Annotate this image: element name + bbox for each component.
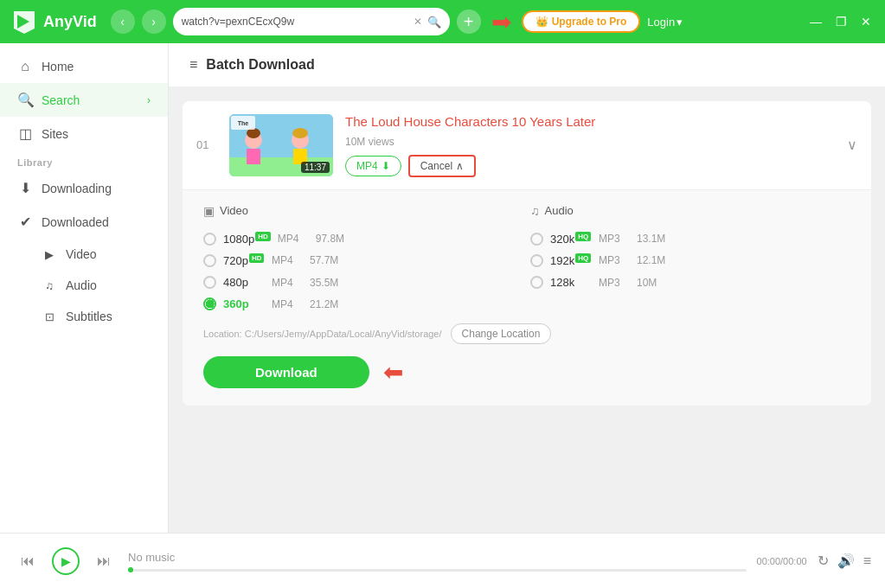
sidebar-item-sites[interactable]: ◫ Sites (0, 117, 168, 150)
home-icon: ⌂ (17, 59, 33, 74)
format-type-1080p: MP4 (278, 233, 309, 245)
video-number: 01 (196, 138, 217, 151)
player-prev-button[interactable]: ⏮ (14, 547, 42, 575)
url-search-icon[interactable]: 🔍 (427, 16, 441, 29)
svg-rect-5 (247, 149, 260, 164)
video-col-header: ▣ Video (200, 204, 527, 218)
main-layout: ⌂ Home 🔍 Search › ◫ Sites Library ⬇ Down… (0, 43, 885, 533)
minimize-button[interactable]: — (806, 13, 825, 30)
window-controls: — ❐ ✕ (806, 13, 875, 30)
player-track-name: No music (128, 551, 747, 564)
download-button[interactable]: Download (203, 356, 369, 388)
location-bar: Location: C:/Users/Jemy/AppData/Local/An… (200, 315, 854, 356)
close-button[interactable]: ✕ (857, 13, 875, 30)
quality-480p: 480p (223, 276, 265, 289)
audio-col-icon: ♫ (530, 204, 540, 218)
download-arrow-icon: ⬇ (382, 160, 390, 172)
format-type-128k: MP3 (599, 277, 630, 289)
audio-format-col: ♫ Audio 320kHQ MP3 13.1M (527, 204, 854, 316)
video-thumbnail[interactable]: The 11:37 (229, 114, 333, 176)
radio-480p[interactable] (203, 276, 216, 289)
subtitles-icon: ⊡ (42, 310, 57, 323)
sidebar-item-downloading[interactable]: ⬇ Downloading (0, 171, 168, 205)
player-volume-button[interactable]: 🔊 (837, 553, 855, 569)
download-arrow-indicator-icon: ⬅ (383, 358, 403, 387)
sidebar-item-audio[interactable]: ♫ Audio (0, 270, 168, 301)
format-size-360p: 21.2M (310, 298, 346, 310)
audio-icon: ♫ (42, 279, 57, 292)
audio-col-header: ♫ Audio (527, 204, 854, 218)
quality-360p: 360p (223, 297, 265, 310)
batch-download-header: ≡ Batch Download (169, 43, 885, 87)
sites-icon: ◫ (17, 125, 33, 142)
format-row-480p: 480p MP4 35.5M (200, 272, 527, 293)
player-info: No music (128, 551, 747, 572)
mp4-button[interactable]: MP4 ⬇ (345, 156, 401, 176)
player-right-controls: ↻ 🔊 ≡ (818, 553, 871, 569)
location-text: Location: C:/Users/Jemy/AppData/Local/An… (203, 329, 442, 339)
svg-text:The: The (238, 120, 249, 126)
arrow-indicator-icon: ➡ (491, 8, 511, 36)
radio-192k[interactable] (530, 254, 543, 267)
sidebar-item-video[interactable]: ▶ Video (0, 239, 168, 270)
player-repeat-button[interactable]: ↻ (818, 553, 829, 569)
card-collapse-icon[interactable]: ∨ (847, 137, 857, 153)
login-button[interactable]: Login ▾ (647, 16, 683, 29)
search-icon: 🔍 (17, 92, 33, 108)
logo-icon (10, 8, 38, 35)
batch-download-title: Batch Download (206, 57, 314, 73)
radio-128k[interactable] (530, 276, 543, 289)
video-header: 01 (183, 101, 871, 189)
download-icon: ⬇ (17, 180, 33, 196)
add-tab-button[interactable]: + (457, 10, 481, 34)
sidebar-item-subtitles[interactable]: ⊡ Subtitles (0, 301, 168, 332)
radio-320k[interactable] (530, 233, 543, 246)
video-duration: 11:37 (301, 162, 330, 173)
sidebar-item-downloaded[interactable]: ✔ Downloaded (0, 205, 168, 239)
quality-720p: 720pHD (223, 254, 265, 267)
player-playlist-button[interactable]: ≡ (863, 553, 871, 569)
video-info: The Loud House Characters 10 Years Later… (345, 113, 835, 177)
sidebar-item-search[interactable]: 🔍 Search › (0, 83, 168, 117)
video-icon: ▶ (42, 248, 57, 261)
format-size-1080p: 97.8M (316, 233, 352, 245)
format-row-320k: 320kHQ MP3 13.1M (527, 228, 854, 250)
radio-360p[interactable] (203, 297, 216, 310)
radio-1080p[interactable] (203, 233, 216, 246)
progress-bar[interactable] (128, 569, 747, 572)
forward-button[interactable]: › (142, 10, 166, 34)
sidebar-item-home[interactable]: ⌂ Home (0, 50, 168, 83)
player-next-button[interactable]: ⏭ (90, 547, 118, 575)
format-type-320k: MP3 (599, 233, 630, 245)
change-location-button[interactable]: Change Location (451, 323, 552, 344)
library-label: Library (0, 150, 168, 171)
content-scroll: 01 (169, 87, 885, 533)
format-type-360p: MP4 (272, 298, 303, 310)
format-size-480p: 35.5M (310, 277, 346, 289)
video-views: 10M views (345, 136, 835, 148)
radio-720p[interactable] (203, 254, 216, 267)
app-name: AnyVid (43, 13, 97, 31)
crown-icon: 👑 (535, 16, 548, 28)
logo-area: AnyVid (10, 8, 97, 35)
format-row-1080p: 1080pHD MP4 97.8M (200, 228, 527, 250)
url-text: watch?v=pexnCEcxQ9w (182, 16, 408, 28)
bottom-player: ⏮ ▶ ⏭ No music 00:00/00:00 ↻ 🔊 ≡ (0, 533, 885, 588)
player-time: 00:00/00:00 (757, 556, 807, 566)
quality-192k: 192kHQ (550, 254, 592, 267)
upgrade-button[interactable]: 👑 Upgrade to Pro (522, 10, 641, 33)
video-actions: MP4 ⬇ Cancel ∧ (345, 155, 835, 177)
batch-icon: ≡ (189, 57, 197, 73)
back-button[interactable]: ‹ (111, 10, 135, 34)
player-play-button[interactable]: ▶ (52, 547, 80, 575)
quality-128k: 128k (550, 276, 592, 289)
title-bar: AnyVid ‹ › watch?v=pexnCEcxQ9w ✕ 🔍 + ➡ 👑… (0, 0, 885, 43)
maximize-button[interactable]: ❐ (832, 13, 850, 30)
format-row-192k: 192kHQ MP3 12.1M (527, 250, 854, 272)
url-close-icon[interactable]: ✕ (414, 16, 422, 28)
progress-fill (128, 567, 133, 572)
format-size-192k: 12.1M (637, 254, 673, 266)
url-bar[interactable]: watch?v=pexnCEcxQ9w ✕ 🔍 (173, 8, 450, 35)
cancel-button[interactable]: Cancel ∧ (408, 155, 476, 177)
quality-320k: 320kHQ (550, 233, 592, 246)
